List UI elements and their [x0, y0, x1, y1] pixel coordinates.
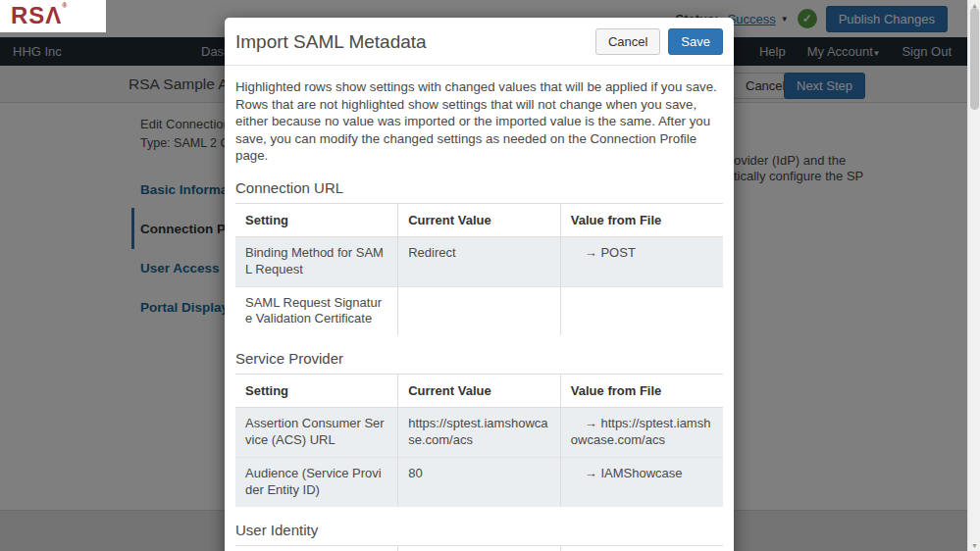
comparison-table: SettingCurrent ValueValue from FileAsser…: [235, 375, 723, 507]
value-from-file-cell: [560, 286, 723, 335]
column-header: Value from File: [560, 204, 723, 237]
table-row: SAML Request Signature Validation Certif…: [235, 286, 723, 335]
current-value-cell: [398, 286, 561, 335]
setting-cell: SAML Request Signature Validation Certif…: [235, 286, 398, 335]
current-value-cell: Redirect: [398, 236, 561, 286]
section-title: Connection URL: [235, 179, 723, 204]
value-from-file-cell: → https://sptest.iamshowcase.com/acs: [560, 408, 723, 458]
rsa-logo: RSΛ®: [0, 0, 106, 32]
table-row: Binding Method for SAML RequestRedirect→…: [235, 236, 723, 286]
modal-description: Highlighted rows show settings with chan…: [235, 78, 723, 165]
value-from-file-cell: → POST: [560, 236, 723, 286]
column-header: Value from File: [560, 546, 723, 551]
setting-cell: Binding Method for SAML Request: [235, 236, 398, 286]
column-header: Current Value: [398, 546, 561, 551]
current-value-cell: https://sptest.iamshowcase.com/acs: [398, 408, 561, 458]
scrollbar-thumb[interactable]: [970, 8, 979, 110]
modal-header: Import SAML Metadata Cancel Save: [225, 18, 734, 66]
value-from-file-cell: → IAMShowcase: [560, 458, 723, 507]
section-title: Service Provider: [235, 350, 723, 375]
column-header: Current Value: [398, 204, 561, 237]
modal-sections: Connection URLSettingCurrent ValueValue …: [235, 179, 723, 551]
section-title: User Identity: [235, 522, 723, 546]
import-saml-metadata-modal: Import SAML Metadata Cancel Save Highlig…: [225, 18, 734, 551]
column-header: Current Value: [398, 375, 561, 408]
browser-scrollbar[interactable]: ▲ ▼: [967, 0, 980, 551]
setting-cell: Audience (Service Provider Entity ID): [235, 458, 398, 507]
modal-cancel-button[interactable]: Cancel: [595, 28, 660, 55]
column-header: Setting: [235, 375, 398, 408]
setting-cell: Assertion Consumer Service (ACS) URL: [235, 408, 398, 458]
column-header: Setting: [235, 546, 398, 551]
comparison-table: SettingCurrent ValueValue from FileBindi…: [235, 204, 723, 336]
table-row: Assertion Consumer Service (ACS) URLhttp…: [235, 408, 723, 458]
scroll-down-icon[interactable]: ▼: [968, 542, 980, 549]
current-value-cell: 80: [398, 458, 561, 507]
modal-title: Import SAML Metadata: [235, 31, 588, 53]
table-row: Audience (Service Provider Entity ID)80→…: [235, 458, 723, 507]
comparison-table: SettingCurrent ValueValue from FileName …: [235, 546, 723, 551]
column-header: Value from File: [560, 375, 723, 408]
modal-body: Highlighted rows show settings with chan…: [225, 78, 734, 551]
modal-save-button[interactable]: Save: [668, 28, 723, 55]
column-header: Setting: [235, 204, 398, 237]
